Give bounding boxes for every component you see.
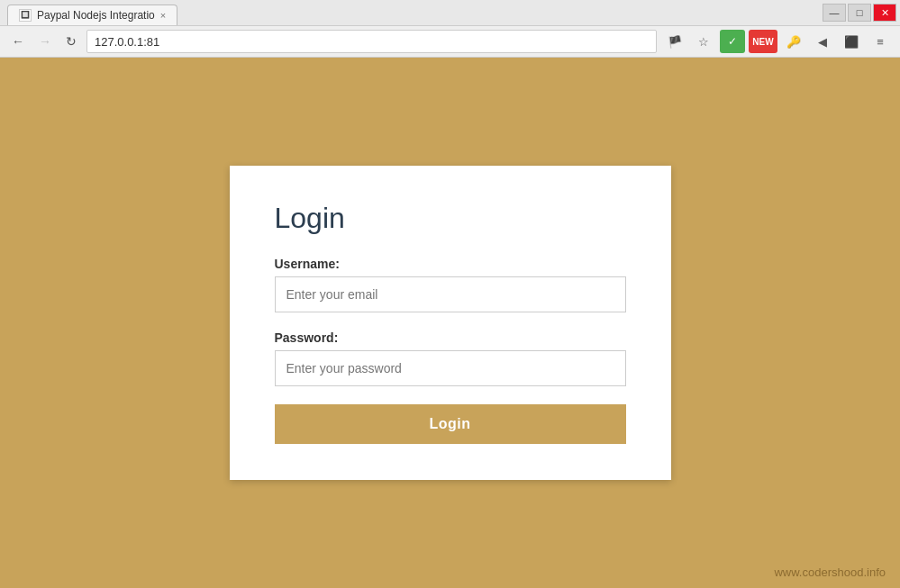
- tab-close-button[interactable]: ×: [160, 10, 166, 21]
- email-field[interactable]: [275, 276, 626, 312]
- window-controls: — □ ✕: [823, 4, 896, 22]
- login-card: Login Username: Password: Login: [230, 166, 671, 480]
- address-bar[interactable]: [86, 30, 657, 53]
- login-title: Login: [275, 202, 626, 235]
- nav-bar: ← → ↻ 🏴 ☆ ✓ NEW 🔑 ◀ ⬛ ≡: [0, 25, 900, 58]
- password-field[interactable]: [275, 350, 626, 386]
- nav-icons: 🏴 ☆ ✓ NEW 🔑 ◀ ⬛ ≡: [662, 30, 893, 53]
- maximize-button[interactable]: □: [848, 4, 871, 22]
- key-icon[interactable]: 🔑: [781, 30, 806, 53]
- forward-button: →: [34, 32, 56, 50]
- refresh-button[interactable]: ↻: [61, 32, 81, 50]
- bookmark-icon[interactable]: 🏴: [662, 30, 687, 53]
- tab-title: Paypal Nodejs Integratio: [37, 9, 155, 22]
- star-icon[interactable]: ☆: [691, 30, 716, 53]
- tab-favicon: 🔲: [19, 9, 32, 22]
- back-button[interactable]: ←: [7, 32, 29, 50]
- extension-check-icon[interactable]: ✓: [720, 30, 745, 53]
- username-label: Username:: [275, 257, 626, 271]
- extension-new-icon[interactable]: NEW: [749, 30, 777, 53]
- page-content: Login Username: Password: Login www.code…: [0, 58, 900, 588]
- login-button[interactable]: Login: [275, 404, 626, 444]
- title-bar: 🔲 Paypal Nodejs Integratio × — □ ✕: [0, 0, 900, 25]
- minimize-button[interactable]: —: [823, 4, 846, 22]
- arrow-icon[interactable]: ◀: [810, 30, 835, 53]
- extension-icon[interactable]: ⬛: [839, 30, 864, 53]
- menu-button[interactable]: ≡: [868, 30, 893, 53]
- tab-area: 🔲 Paypal Nodejs Integratio ×: [4, 1, 823, 25]
- password-label: Password:: [275, 330, 626, 345]
- browser-chrome: 🔲 Paypal Nodejs Integratio × — □ ✕ ← → ↻…: [0, 0, 900, 58]
- close-button[interactable]: ✕: [873, 4, 896, 22]
- browser-tab[interactable]: 🔲 Paypal Nodejs Integratio ×: [7, 5, 177, 25]
- watermark: www.codershood.info: [774, 565, 886, 579]
